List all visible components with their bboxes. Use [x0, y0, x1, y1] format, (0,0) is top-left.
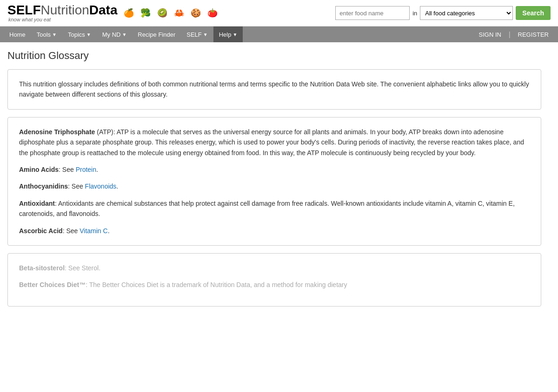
link-protein[interactable]: Protein [76, 166, 96, 173]
term-amino: Amino Acids [19, 166, 59, 173]
page-title: Nutrition Glossary [7, 50, 541, 62]
glossary-entry-antho: Anthocyanidins: See Flavonoids. [19, 181, 530, 191]
link-vitaminc[interactable]: Vitamin C [80, 227, 107, 235]
nav-item-recipe[interactable]: Recipe Finder [132, 26, 181, 42]
self-arrow: ▼ [203, 32, 208, 37]
mynd-arrow: ▼ [122, 32, 126, 37]
glossary-entry-amino: Amino Acids: See Protein. [19, 164, 530, 175]
glossary-entry-atp: Adenosine Triphosphate (ATP): ATP is a m… [19, 127, 530, 158]
search-in-label: in [412, 10, 417, 17]
def-antho: : See [68, 183, 85, 190]
logo-combined: SELFNutritionData know what you eat 🍊 🥦 … [7, 4, 220, 22]
food-icon-crab: 🦀 [172, 6, 186, 20]
nav-register[interactable]: REGISTER [512, 26, 554, 42]
def-ascorbic: : See [63, 227, 80, 235]
nav-sign-in[interactable]: SIGN IN [473, 26, 506, 42]
nav-divider: | [507, 31, 512, 38]
glossary-box: Adenosine Triphosphate (ATP): ATP is a m… [7, 117, 541, 246]
help-arrow: ▼ [232, 32, 237, 37]
after-ascorbic: . [108, 227, 110, 235]
def-amino: : See [59, 166, 76, 173]
term-antioxidant: Antioxidant [19, 200, 55, 207]
link-flavonoids[interactable]: Flavonoids [85, 183, 117, 190]
tools-arrow: ▼ [52, 32, 57, 37]
logo-icons: 🍊 🥦 🥝 🦀 🍪 🍅 [121, 6, 220, 20]
topics-arrow: ▼ [86, 32, 91, 37]
glossary-entry-beta: Beta-sitosterol: See Sterol. [19, 263, 530, 273]
intro-text: This nutrition glossary includes definit… [19, 79, 530, 100]
term-ascorbic: Ascorbic Acid [19, 227, 63, 235]
logo-self: SELF [7, 3, 41, 17]
term-atp: Adenosine Triphosphate [19, 128, 95, 136]
food-icon-orange: 🍊 [121, 6, 136, 20]
nav-item-self[interactable]: SELF ▼ [181, 26, 213, 42]
nav: Home Tools ▼ Topics ▼ My ND ▼ Recipe Fin… [0, 26, 558, 42]
category-select[interactable]: All food categories [420, 6, 513, 20]
logo-text: SELFNutritionData [7, 4, 118, 17]
logo-data: Data [89, 3, 118, 17]
def-atp: (ATP): ATP is a molecule that serves as … [19, 128, 524, 157]
def-antioxidant: : Antioxidants are chemical substances t… [19, 200, 515, 217]
term-beta: Beta-sitosterol [19, 264, 65, 272]
logo-nutrition: Nutrition [41, 3, 89, 17]
nav-item-home[interactable]: Home [4, 26, 31, 42]
food-icon-cookie: 🍪 [188, 6, 203, 20]
glossary-entry-ascorbic: Ascorbic Acid: See Vitamin C. [19, 226, 530, 236]
def-beta: : See Sterol. [65, 264, 100, 272]
glossary-entry-better: Better Choices Diet™: The Better Choices… [19, 280, 530, 290]
food-icon-kiwi: 🥝 [155, 6, 170, 20]
search-area: in All food categories Search [335, 6, 551, 20]
logo-area: SELFNutritionData know what you eat [7, 4, 118, 22]
logo-tagline: know what you eat [8, 17, 51, 22]
food-icon-tomato: 🍅 [205, 6, 220, 20]
glossary-box-faded: Beta-sitosterol: See Sterol. Better Choi… [7, 253, 541, 307]
search-input[interactable] [335, 6, 410, 20]
header: SELFNutritionData know what you eat 🍊 🥦 … [0, 0, 558, 26]
after-antho: . [116, 183, 118, 190]
search-button[interactable]: Search [516, 6, 551, 20]
nav-item-mynd[interactable]: My ND ▼ [97, 26, 133, 42]
term-better: Better Choices Diet™ [19, 281, 86, 288]
nav-item-tools[interactable]: Tools ▼ [31, 26, 62, 42]
nav-right: SIGN IN | REGISTER [473, 26, 554, 42]
def-better: : The Better Choices Diet is a trademark… [86, 281, 347, 288]
nav-item-topics[interactable]: Topics ▼ [62, 26, 97, 42]
term-antho: Anthocyanidins [19, 183, 68, 190]
page-content: Nutrition Glossary This nutrition glossa… [0, 42, 549, 314]
glossary-entry-antioxidant: Antioxidant: Antioxidants are chemical s… [19, 198, 530, 219]
intro-box: This nutrition glossary includes definit… [7, 69, 541, 110]
food-icon-broccoli: 🥦 [138, 6, 153, 20]
after-amino: . [96, 166, 98, 173]
nav-item-help[interactable]: Help ▼ [213, 26, 243, 42]
